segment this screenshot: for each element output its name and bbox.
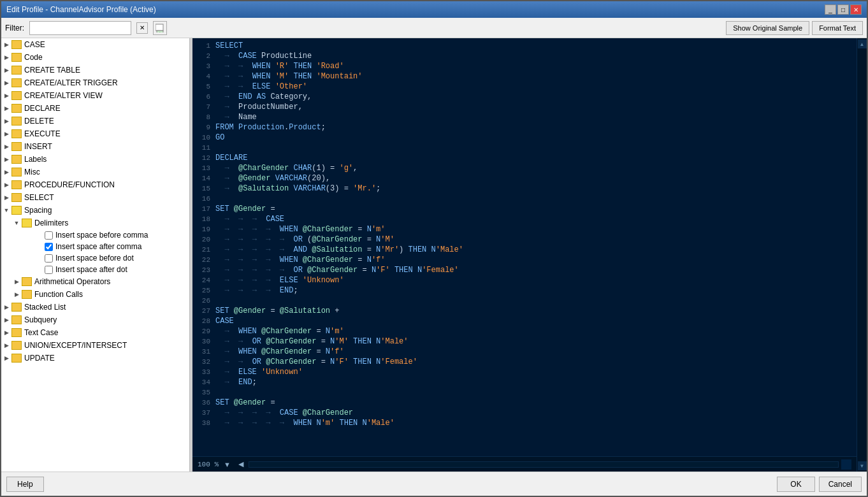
- minimize-button[interactable]: _: [825, 4, 836, 15]
- label-labels: Labels: [24, 155, 47, 164]
- toggle-function-calls: ▶: [11, 289, 22, 299]
- sidebar-item-select[interactable]: ▶ SELECT: [1, 191, 189, 204]
- code-line: 21 → → → → → AND @Salutation = N'Mr') TH…: [192, 245, 857, 255]
- main-window: Edit Profile - ChannelAdvisor Profile (A…: [0, 0, 868, 497]
- sidebar-item-misc[interactable]: ▶ Misc: [1, 166, 189, 178]
- code-area[interactable]: 1 SELECT 2 → CASE ProductLine 3 → → WHEN…: [192, 38, 857, 456]
- label-space-after-comma: Insert space after comma: [55, 242, 141, 251]
- folder-icon-declare: [11, 104, 22, 113]
- sidebar-item-create-alter-trigger[interactable]: ▶ CREATE/ALTER TRIGGER: [1, 76, 189, 89]
- sidebar-item-union-except-intersect[interactable]: ▶ UNION/EXCEPT/INTERSECT: [1, 339, 189, 352]
- folder-icon-create-alter-trigger: [11, 78, 22, 87]
- code-line: 33 → ELSE 'Unknown': [192, 367, 857, 377]
- sidebar-item-stacked-list[interactable]: ▶ Stacked List: [1, 301, 189, 313]
- sidebar-item-case[interactable]: ▶ CASE: [1, 38, 189, 51]
- folder-icon-create-alter-view: [11, 91, 22, 100]
- sidebar-item-function-calls[interactable]: ▶ Function Calls: [1, 288, 189, 301]
- label-create-alter-view: CREATE/ALTER VIEW: [24, 91, 103, 100]
- checkbox-space-after-comma-item[interactable]: Insert space after comma: [1, 241, 189, 252]
- toggle-delete: ▶: [1, 116, 11, 126]
- sidebar-item-spacing[interactable]: ▼ Spacing: [1, 204, 189, 217]
- folder-icon-union-except-intersect: [11, 341, 22, 350]
- scroll-down-button[interactable]: ▼: [858, 461, 867, 470]
- folder-icon-execute: [11, 129, 22, 138]
- code-line: 30 → → OR @CharGender = N'M' THEN N'Male…: [192, 336, 857, 347]
- code-editor: 1 SELECT 2 → CASE ProductLine 3 → → WHEN…: [192, 38, 857, 472]
- folder-icon-code: [11, 53, 22, 62]
- sidebar-item-procedure-function[interactable]: ▶ PROCEDURE/FUNCTION: [1, 178, 189, 191]
- sidebar-item-labels[interactable]: ▶ Labels: [1, 153, 189, 166]
- label-update: UPDATE: [24, 354, 55, 363]
- horizontal-scrollbar[interactable]: [249, 461, 839, 468]
- code-line: 13 → @CharGender CHAR(1) = 'g',: [192, 163, 857, 173]
- checkbox-space-before-comma[interactable]: [45, 231, 53, 240]
- toggle-union-except-intersect: ▶: [1, 340, 11, 350]
- close-button[interactable]: ✕: [850, 4, 862, 15]
- code-line: 14 → @Gender VARCHAR(20),: [192, 173, 857, 184]
- filter-label: Filter:: [5, 24, 24, 32]
- scroll-up-button[interactable]: ▲: [858, 40, 867, 48]
- toggle-misc: ▶: [1, 167, 11, 177]
- sidebar-item-update[interactable]: ▶ UPDATE: [1, 352, 189, 364]
- sidebar-item-insert[interactable]: ▶ INSERT: [1, 140, 189, 153]
- label-union-except-intersect: UNION/EXCEPT/INTERSECT: [24, 341, 127, 350]
- sidebar-item-create-alter-view[interactable]: ▶ CREATE/ALTER VIEW: [1, 89, 189, 102]
- zoom-left-button[interactable]: ◀: [236, 460, 246, 468]
- vertical-scrollbar[interactable]: ▲ ▼: [857, 38, 867, 472]
- sidebar-item-code[interactable]: ▶ Code: [1, 51, 189, 64]
- maximize-button[interactable]: □: [837, 4, 849, 15]
- svg-rect-0: [156, 24, 163, 31]
- help-button[interactable]: Help: [6, 477, 44, 492]
- checkbox-space-before-dot[interactable]: [45, 254, 53, 263]
- toggle-select: ▶: [1, 192, 11, 203]
- add-button[interactable]: +: [153, 21, 167, 35]
- folder-icon-select: [11, 193, 22, 202]
- checkbox-space-after-dot[interactable]: [45, 266, 53, 274]
- sidebar-item-declare[interactable]: ▶ DECLARE: [1, 102, 189, 115]
- code-line: 7 → ProductNumber,: [192, 102, 857, 112]
- toggle-stacked-list: ▶: [1, 302, 11, 312]
- zoom-down-button[interactable]: ▼: [221, 461, 233, 468]
- checkbox-space-before-dot-item[interactable]: Insert space before dot: [1, 252, 189, 264]
- format-text-button[interactable]: Format Text: [812, 21, 863, 35]
- sidebar-item-subquery[interactable]: ▶ Subquery: [1, 313, 189, 326]
- toggle-subquery: ▶: [1, 315, 11, 325]
- label-code: Code: [24, 53, 43, 62]
- checkbox-space-before-comma-item[interactable]: Insert space before comma: [1, 229, 189, 241]
- toggle-labels: ▶: [1, 154, 11, 164]
- sidebar-item-arithmetical-operators[interactable]: ▶ Arithmetical Operators: [1, 275, 189, 288]
- checkbox-space-after-dot-item[interactable]: Insert space after dot: [1, 264, 189, 275]
- label-create-table: CREATE TABLE: [24, 66, 80, 75]
- code-line: 16: [192, 194, 857, 204]
- code-line: 28 CASE: [192, 316, 857, 326]
- filter-input[interactable]: [29, 21, 131, 35]
- toggle-case: ▶: [1, 40, 11, 50]
- window-controls: _ □ ✕: [825, 4, 862, 15]
- sidebar-item-execute[interactable]: ▶ EXECUTE: [1, 127, 189, 140]
- toggle-delimiters: ▼: [11, 218, 22, 228]
- checkbox-space-after-comma[interactable]: [45, 243, 53, 251]
- toggle-insert: ▶: [1, 141, 11, 152]
- code-line: 19 → → → → WHEN @CharGender = N'm': [192, 224, 857, 234]
- sidebar-item-delete[interactable]: ▶ DELETE: [1, 115, 189, 127]
- toggle-create-alter-view: ▶: [1, 90, 11, 101]
- code-line: 3 → → WHEN 'R' THEN 'Road': [192, 61, 857, 71]
- code-line: 10 GO: [192, 133, 857, 143]
- cancel-button[interactable]: Cancel: [819, 477, 862, 492]
- folder-icon-arithmetical-operators: [22, 277, 32, 286]
- code-line: 37 → → → → CASE @CharGender: [192, 408, 857, 418]
- label-delete: DELETE: [24, 117, 54, 126]
- show-original-button[interactable]: Show Original Sample: [726, 21, 809, 35]
- label-space-before-dot: Insert space before dot: [55, 254, 134, 263]
- sidebar-item-create-table[interactable]: ▶ CREATE TABLE: [1, 64, 189, 76]
- ok-button[interactable]: OK: [777, 477, 814, 492]
- svg-text:+: +: [158, 31, 161, 32]
- clear-filter-button[interactable]: ✕: [136, 22, 148, 34]
- sidebar-item-delimiters[interactable]: ▼ Delimiters: [1, 217, 189, 229]
- code-line: 9 FROM Production.Product;: [192, 122, 857, 133]
- folder-icon-update: [11, 354, 22, 363]
- code-line: 27 SET @Gender = @Salutation +: [192, 306, 857, 316]
- sidebar-item-text-case[interactable]: ▶ Text Case: [1, 326, 189, 339]
- code-line: 8 → Name: [192, 112, 857, 122]
- code-line: 25 → → → → END;: [192, 285, 857, 296]
